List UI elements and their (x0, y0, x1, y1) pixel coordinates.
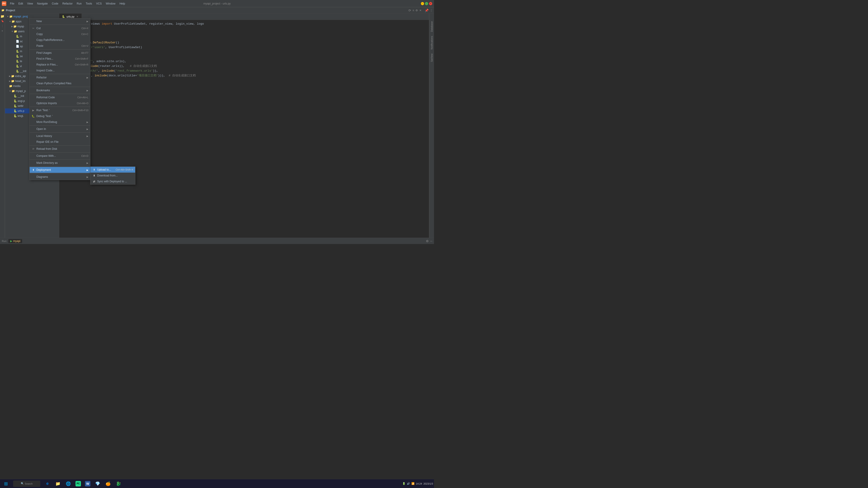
menu-reload-disk[interactable]: ⟳ Reload from Disk (30, 146, 90, 152)
menu-find-in-files[interactable]: Find in Files... Ctrl+Shift+F (30, 56, 90, 62)
menu-repair-ide[interactable]: Repair IDE on File (30, 139, 90, 145)
menu-mark-directory[interactable]: Mark Directory as ▶ (30, 160, 90, 166)
menu-sep-7 (30, 125, 90, 126)
mark-dir-arrow-icon: ▶ (87, 162, 88, 164)
menu-sep-8 (30, 132, 90, 133)
deployment-submenu: ⬆ Upload to... Ctrl+Alt+Shift+X ⬇ Downlo… (90, 166, 135, 185)
history-arrow-icon: ▶ (87, 135, 88, 137)
menu-find-usages[interactable]: Find Usages Alt+F7 (30, 50, 90, 56)
refactor-arrow-icon: ▶ (87, 76, 88, 79)
menu-more-run[interactable]: More Run/Debug ▶ (30, 119, 90, 125)
submenu-sync-with-deployed[interactable]: ⇄ Sync with Deployed to ... (90, 178, 135, 184)
menu-reformat-code[interactable]: Reformat Code Ctrl+Alt+L (30, 94, 90, 100)
menu-paste[interactable]: Paste Ctrl+V (30, 43, 90, 49)
menu-sep-11 (30, 159, 90, 160)
context-menu-overlay[interactable]: New ▶ ✂ Cut Ctrl+X Copy Ctrl+C Copy Path… (0, 0, 434, 244)
deployment-icon: ⬆ (31, 168, 35, 171)
upload-icon: ⬆ (92, 168, 96, 171)
menu-copy[interactable]: Copy Ctrl+C (30, 31, 90, 37)
run-test-icon: ▶ (31, 109, 35, 112)
sync-icon: ⇄ (92, 180, 96, 183)
menu-sep-3 (30, 74, 90, 74)
menu-run-test[interactable]: ▶ Run 'Test: ' Ctrl+Shift+F10 (30, 107, 90, 113)
menu-copy-path[interactable]: Copy Path/Reference... (30, 37, 90, 43)
menu-debug-test[interactable]: 🐛 Debug 'Test: ' (30, 113, 90, 119)
menu-new[interactable]: New ▶ (30, 18, 90, 24)
submenu-download-from[interactable]: ⬇ Download from... (90, 173, 135, 178)
menu-sep-10 (30, 152, 90, 153)
menu-optimize-imports[interactable]: Optimize Imports Ctrl+Alt+O (30, 100, 90, 106)
more-run-arrow-icon: ▶ (87, 121, 88, 123)
bookmarks-arrow-icon: ▶ (87, 89, 88, 92)
open-in-arrow-icon: ▶ (87, 128, 88, 130)
menu-local-history[interactable]: Local History ▶ (30, 133, 90, 139)
debug-icon: 🐛 (31, 115, 35, 118)
menu-sep-5 (30, 94, 90, 94)
menu-diagrams[interactable]: Diagrams ▶ (30, 174, 90, 180)
menu-clean-compiled[interactable]: Clean Python Compiled Files (30, 80, 90, 86)
new-arrow-icon: ▶ (87, 20, 88, 23)
context-menu: New ▶ ✂ Cut Ctrl+X Copy Ctrl+C Copy Path… (29, 18, 90, 180)
menu-compare-with[interactable]: Compare With... Ctrl+D (30, 153, 90, 159)
menu-cut[interactable]: ✂ Cut Ctrl+X (30, 25, 90, 31)
menu-refactor[interactable]: Refactor ▶ (30, 74, 90, 80)
reload-icon: ⟳ (31, 148, 35, 151)
menu-deployment[interactable]: ⬆ Deployment ▶ ⬆ Upload to... Ctrl+Alt+S… (30, 167, 90, 173)
diagrams-arrow-icon: ▶ (87, 176, 88, 178)
cut-icon: ✂ (31, 27, 35, 30)
submenu-upload-to[interactable]: ⬆ Upload to... Ctrl+Alt+Shift+X (90, 167, 135, 173)
menu-open-in[interactable]: Open In ▶ (30, 126, 90, 132)
menu-sep-2 (30, 49, 90, 50)
deployment-arrow-icon: ▶ (87, 169, 88, 171)
menu-sep-9 (30, 145, 90, 145)
menu-sep-1 (30, 25, 90, 25)
menu-bookmarks[interactable]: Bookmarks ▶ (30, 88, 90, 93)
download-icon: ⬇ (92, 174, 96, 177)
menu-replace-in-files[interactable]: Replace in Files... Ctrl+Shift+R (30, 62, 90, 68)
menu-inspect-code[interactable]: Inspect Code... (30, 68, 90, 73)
